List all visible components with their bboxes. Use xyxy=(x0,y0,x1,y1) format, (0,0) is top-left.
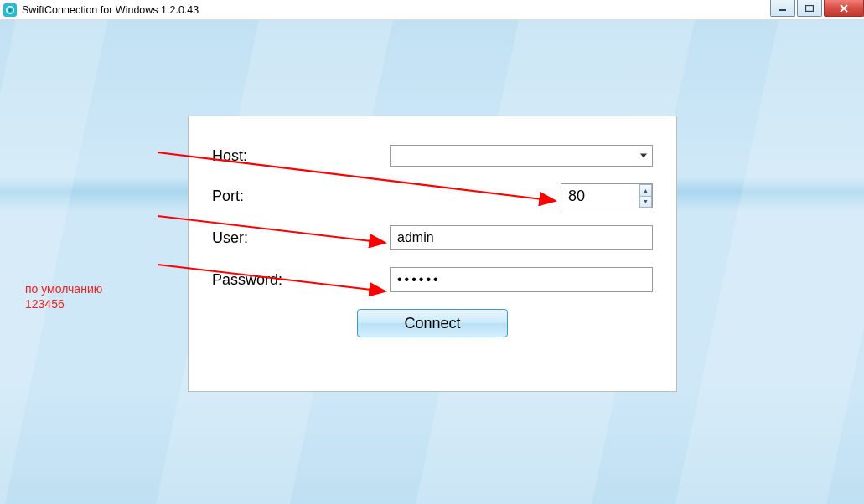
close-button[interactable] xyxy=(824,0,864,17)
port-step-up-button[interactable]: ▲ xyxy=(639,184,652,196)
host-label: Host: xyxy=(212,147,390,165)
chevron-down-icon: ▼ xyxy=(643,198,649,204)
annotation-line-2: 123456 xyxy=(25,296,102,311)
wallpaper-band xyxy=(675,0,864,504)
password-row: Password: xyxy=(212,267,653,292)
port-row: Port: 80 ▲ ▼ xyxy=(212,183,653,208)
user-input[interactable] xyxy=(390,225,653,250)
port-spinner[interactable]: 80 ▲ ▼ xyxy=(561,183,653,208)
wallpaper-band xyxy=(0,0,112,504)
window-title: SwiftConnection for Windows 1.2.0.43 xyxy=(22,4,199,16)
port-label: Port: xyxy=(212,188,390,205)
svg-point-2 xyxy=(8,8,11,11)
connect-button[interactable]: Connect xyxy=(357,309,508,337)
minimize-button[interactable] xyxy=(770,0,795,17)
port-steppers: ▲ ▼ xyxy=(639,184,652,208)
maximize-button[interactable] xyxy=(797,0,822,17)
user-row: User: xyxy=(212,225,653,250)
minimize-icon xyxy=(779,5,787,12)
app-icon xyxy=(3,3,17,17)
annotation-note: по умолчанию 123456 xyxy=(25,281,102,311)
port-value[interactable]: 80 xyxy=(561,188,639,205)
svg-rect-4 xyxy=(806,5,814,11)
close-icon xyxy=(839,4,849,13)
window-titlebar: SwiftConnection for Windows 1.2.0.43 xyxy=(0,0,864,20)
chevron-up-icon: ▲ xyxy=(643,188,649,193)
user-label: User: xyxy=(212,229,390,247)
password-input[interactable] xyxy=(390,267,653,292)
desktop-background: SwiftConnection for Windows 1.2.0.43 Hos… xyxy=(0,0,864,504)
port-step-down-button[interactable]: ▼ xyxy=(639,196,652,208)
window-controls xyxy=(768,0,864,17)
annotation-line-1: по умолчанию xyxy=(25,281,102,296)
host-combobox[interactable] xyxy=(390,145,653,167)
maximize-icon xyxy=(805,5,814,12)
password-label: Password: xyxy=(212,271,390,289)
connection-dialog: Host: Port: 80 ▲ ▼ xyxy=(188,116,677,392)
svg-rect-3 xyxy=(779,9,786,11)
chevron-down-icon xyxy=(640,154,647,158)
host-row: Host: xyxy=(212,145,653,167)
